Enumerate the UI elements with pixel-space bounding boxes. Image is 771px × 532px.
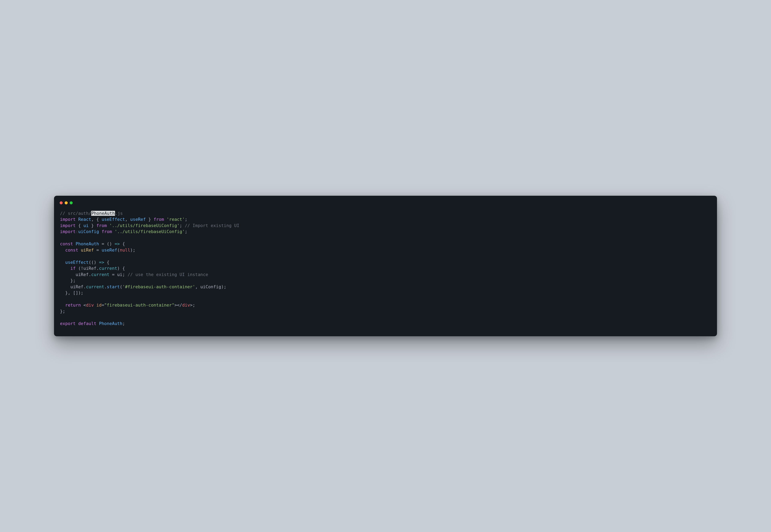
- id-useref: useRef: [130, 217, 146, 222]
- kw-import: import: [60, 217, 76, 222]
- id-phoneauth: PhoneAuth: [75, 241, 99, 246]
- comment-use-existing: // use the existing UI instance: [127, 272, 208, 277]
- minimize-icon[interactable]: [65, 201, 68, 204]
- comment-import-ui: // Import existing UI: [185, 223, 239, 228]
- selection-highlight: PhoneAuth: [91, 211, 115, 216]
- comment-filepath: // src/auth/PhoneAuth.js: [60, 211, 123, 216]
- id-useeffect: useEffect: [102, 217, 125, 222]
- close-icon[interactable]: [60, 201, 63, 204]
- window-titlebar: [54, 201, 717, 208]
- code-block[interactable]: // src/auth/PhoneAuth.js import React, {…: [54, 208, 717, 327]
- id-react: React: [78, 217, 91, 222]
- zoom-icon[interactable]: [70, 201, 73, 204]
- editor-window: // src/auth/PhoneAuth.js import React, {…: [54, 196, 717, 336]
